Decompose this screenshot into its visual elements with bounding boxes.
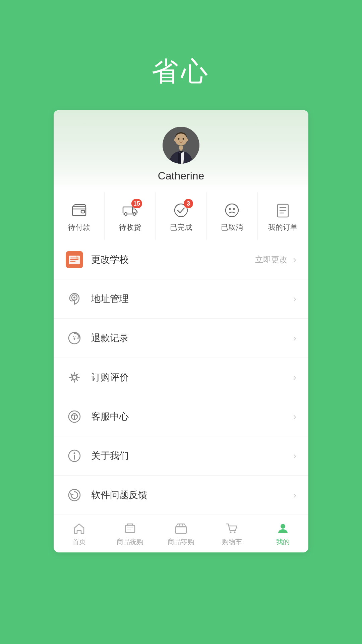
svg-point-14 (233, 208, 235, 210)
svg-rect-7 (72, 206, 86, 216)
tab-icon-wrap-pending-pay (70, 202, 88, 219)
svg-rect-37 (125, 525, 135, 533)
cart-nav-icon (225, 522, 239, 535)
menu-item-service[interactable]: 客服中心 › (54, 397, 308, 436)
tab-icon-wrap-pending-receive: 15 (121, 202, 139, 219)
order-tabs: 待付款 15 待收货 (54, 192, 308, 240)
tab-label-completed: 已完成 (170, 222, 192, 232)
nav-item-retail[interactable]: 商品零购 (156, 515, 206, 552)
svg-point-12 (226, 204, 238, 217)
svg-point-5 (174, 139, 176, 141)
menu-text-address: 地址管理 (91, 292, 293, 305)
menu-item-about[interactable]: 关于我们 › (54, 436, 308, 476)
nav-item-home[interactable]: 首页 (54, 515, 105, 552)
home-nav-icon (72, 522, 86, 535)
tab-pending-receive[interactable]: 15 待收货 (105, 192, 156, 240)
svg-point-36 (69, 489, 80, 501)
tab-icon-wrap-cancelled (223, 202, 241, 219)
menu-text-about: 关于我们 (91, 449, 293, 462)
tab-label-cancelled: 已取消 (221, 222, 243, 232)
svg-point-32 (74, 418, 75, 419)
svg-point-25 (73, 297, 75, 299)
menu-text-refund: 退款记录 (91, 332, 293, 344)
svg-point-4 (183, 138, 184, 140)
tab-cancelled[interactable]: 已取消 (207, 192, 258, 240)
svg-point-6 (186, 139, 188, 141)
feedback-arrow: › (293, 490, 296, 500)
service-icon (66, 408, 83, 425)
refund-arrow: › (293, 333, 296, 343)
cancel-icon (224, 202, 240, 218)
about-icon (66, 447, 83, 465)
profile-header: Catherine (54, 110, 308, 192)
svg-point-9 (124, 213, 127, 215)
nav-item-cart[interactable]: 购物车 (206, 515, 257, 552)
tab-my-orders[interactable]: 我的订单 (258, 192, 308, 240)
menu-item-refund[interactable]: ¥ 退款记录 › (54, 319, 308, 358)
svg-point-10 (133, 213, 136, 215)
svg-text:¥: ¥ (73, 335, 76, 341)
menu-item-address[interactable]: 地址管理 › (54, 279, 308, 319)
menu-item-feedback[interactable]: 软件问题反馈 › (54, 476, 308, 515)
main-card: Catherine 待付款 (54, 110, 308, 552)
menu-text-feedback: 软件问题反馈 (91, 489, 293, 501)
username: Catherine (158, 170, 204, 182)
tab-label-pending-pay: 待付款 (68, 222, 90, 232)
nav-item-mine[interactable]: 我的 (257, 515, 308, 552)
menu-item-change-school[interactable]: 更改学校 立即更改 › (54, 240, 308, 279)
service-arrow: › (293, 411, 296, 422)
nav-label-mine: 我的 (276, 537, 290, 546)
about-arrow: › (293, 450, 296, 461)
svg-point-3 (178, 138, 180, 140)
bulk-nav-icon (123, 522, 137, 535)
school-right: 立即更改 › (255, 254, 296, 265)
tab-label-my-orders: 我的订单 (268, 222, 298, 232)
nav-label-home: 首页 (72, 537, 86, 546)
badge-pending-receive: 15 (131, 199, 142, 208)
refund-icon: ¥ (66, 329, 83, 347)
bottom-nav: 首页 商品统购 商品零购 (54, 515, 308, 552)
menu-text-review: 订购评价 (91, 371, 293, 384)
person-nav-icon (276, 522, 290, 535)
location-icon (66, 290, 83, 308)
svg-point-35 (74, 452, 75, 454)
review-icon (66, 369, 83, 386)
svg-rect-8 (81, 210, 84, 213)
svg-point-45 (234, 532, 236, 533)
change-school-sub: 立即更改 (255, 254, 287, 265)
svg-point-46 (281, 524, 285, 529)
nav-label-cart: 购物车 (222, 537, 242, 546)
retail-nav-icon (174, 522, 188, 535)
address-arrow: › (293, 293, 296, 304)
wallet-icon (71, 202, 87, 218)
tab-label-pending-receive: 待收货 (119, 222, 141, 232)
nav-label-bulk: 商品统购 (117, 537, 143, 546)
badge-completed: 3 (184, 199, 193, 208)
svg-point-2 (175, 133, 187, 146)
tab-icon-wrap-completed: 3 (172, 202, 190, 219)
tab-icon-wrap-my-orders (274, 202, 292, 219)
nav-item-bulk[interactable]: 商品统购 (105, 515, 156, 552)
change-school-arrow: › (293, 254, 296, 265)
list-icon (275, 202, 291, 218)
avatar[interactable] (163, 127, 199, 164)
svg-point-13 (229, 208, 231, 210)
menu-text-change-school: 更改学校 (91, 253, 255, 266)
svg-point-44 (230, 532, 232, 533)
feedback-icon (66, 486, 83, 504)
nav-label-retail: 商品零购 (168, 537, 194, 546)
review-arrow: › (293, 372, 296, 383)
app-title: 省心 (152, 54, 210, 90)
tab-completed[interactable]: 3 已完成 (156, 192, 206, 240)
school-icon (66, 251, 83, 268)
menu-item-review[interactable]: 订购评价 › (54, 358, 308, 397)
tab-pending-pay[interactable]: 待付款 (54, 192, 105, 240)
menu-text-service: 客服中心 (91, 410, 293, 423)
